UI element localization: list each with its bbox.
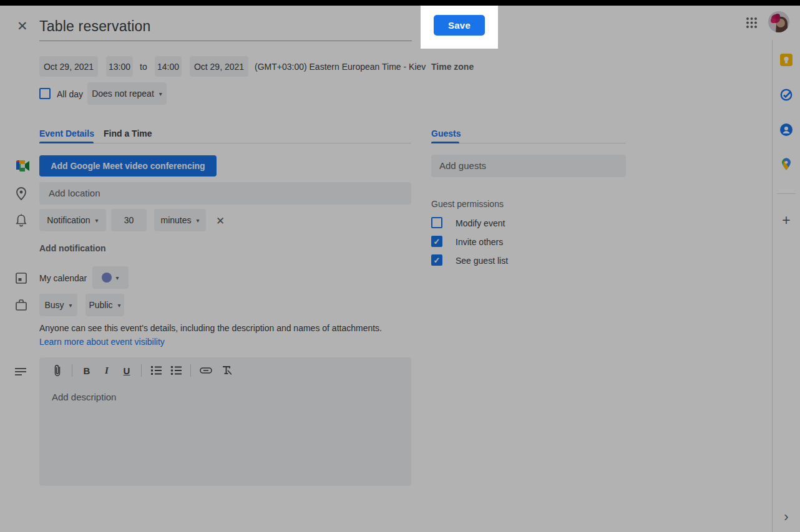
- save-spotlight: Save: [421, 6, 498, 49]
- tutorial-dim-overlay: [0, 0, 800, 532]
- save-button[interactable]: Save: [434, 15, 485, 36]
- screenshot-root: ✕ Table reservation Oct 29, 2021 13:00: [0, 0, 800, 532]
- top-black-bar: [0, 0, 800, 6]
